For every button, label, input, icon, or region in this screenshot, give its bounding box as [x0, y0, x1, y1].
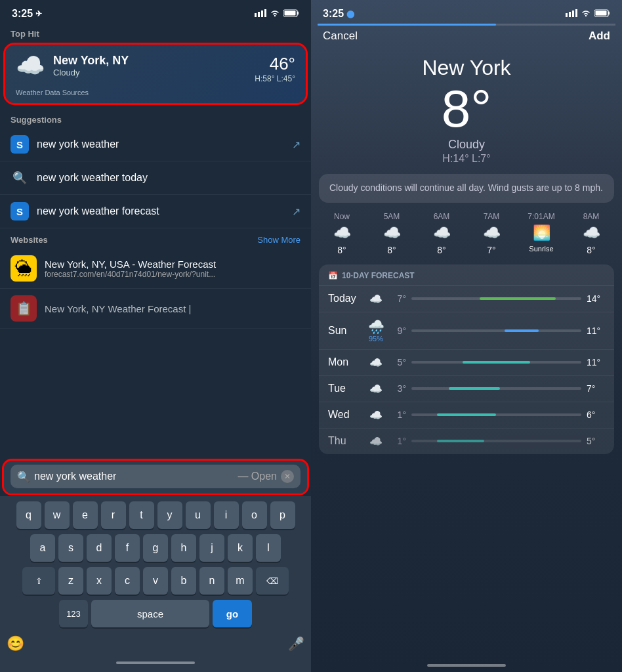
key-k[interactable]: k [228, 534, 253, 562]
calendar-icon: 📅 [328, 271, 338, 280]
forecast-header: 📅 10-DAY FORECAST [319, 264, 614, 286]
key-p[interactable]: p [270, 501, 295, 529]
mic-key[interactable]: 🎤 [288, 636, 304, 652]
suggestion-text-1: new york weather [37, 138, 292, 150]
top-hit-card[interactable]: ☁️ New York, NY Cloudy 46° H:58° L:45° W… [5, 45, 306, 103]
key-y[interactable]: y [157, 501, 182, 529]
website-icon-1: 🌦 [10, 255, 37, 282]
search-bar[interactable]: 🔍 new york weather — Open ✕ [10, 465, 301, 488]
key-r[interactable]: r [101, 501, 126, 529]
key-o[interactable]: o [242, 501, 267, 529]
hour-temp-now: 8° [337, 245, 346, 255]
forecast-icon-today: ☁️ [364, 293, 388, 305]
suggestion-row-1[interactable]: S new york weather ↗ [0, 128, 311, 161]
key-b[interactable]: b [171, 567, 196, 595]
forecast-bar-container-wed [411, 413, 581, 416]
hourly-row: Now ☁️ 8° 5AM ☁️ 8° 6AM ☁️ 8° 7AM ☁️ [319, 212, 614, 255]
cloud-icon-large: ☁️ [16, 54, 45, 77]
suggestion-row-2[interactable]: 🔍 new york weather today [0, 161, 311, 195]
time-left: 3:25 [12, 8, 33, 20]
top-nav: Cancel Add [311, 26, 622, 49]
key-space[interactable]: space [91, 600, 209, 627]
suggestions-label: Suggestions [0, 110, 311, 128]
forecast-icon-mon: ☁️ [364, 356, 388, 369]
key-v[interactable]: v [143, 567, 168, 595]
weather-temp: 8° [324, 83, 609, 135]
forecast-low-wed: 1° [388, 410, 406, 420]
key-s[interactable]: s [58, 534, 83, 562]
key-x[interactable]: x [87, 567, 112, 595]
top-hit-label: Top Hit [0, 24, 311, 42]
hour-item-sunrise: 7:01AM 🌅 Sunrise [518, 212, 564, 255]
key-z[interactable]: z [58, 567, 83, 595]
key-numbers[interactable]: 123 [59, 600, 88, 627]
weather-main: New York 8° Cloudy H:14° L:7° [311, 49, 622, 165]
home-bar-right [427, 664, 506, 667]
key-i[interactable]: i [214, 501, 239, 529]
key-backspace[interactable]: ⌫ [256, 567, 289, 595]
status-icons-right [566, 9, 610, 19]
forecast-day-today: Today [328, 293, 364, 304]
key-d[interactable]: d [87, 534, 112, 562]
forecast-low-tue: 3° [388, 383, 406, 394]
svg-rect-10 [572, 10, 574, 17]
key-e[interactable]: e [73, 501, 98, 529]
forecast-day-mon: Mon [328, 356, 364, 368]
forecast-bar-wed [437, 413, 497, 416]
key-t[interactable]: t [129, 501, 154, 529]
suggestion-row-3[interactable]: S new york weather forecast ↗ [0, 195, 311, 228]
website-url-1: forecast7.com/en/40d71n74d01/new-york/?u… [45, 270, 241, 279]
svg-rect-9 [569, 12, 571, 17]
forecast-row-wed: Wed ☁️ 1° 6° [319, 402, 614, 429]
left-panel: 3:25 ✈ Top Hit ☁️ New York, NY C [0, 0, 311, 672]
location-icon-right: ⬤ [346, 10, 354, 18]
sunrise-label: Sunrise [529, 245, 553, 253]
hour-temp-7am: 7° [487, 245, 495, 255]
key-f[interactable]: f [115, 534, 140, 562]
search-clear-button[interactable]: ✕ [281, 470, 294, 483]
battery-icon-left [283, 9, 299, 19]
hour-item-now: Now ☁️ 8° [319, 212, 365, 255]
key-g[interactable]: g [143, 534, 168, 562]
hour-item-5am: 5AM ☁️ 8° [369, 212, 415, 255]
key-w[interactable]: w [45, 501, 70, 529]
forecast-bar-container-thu [411, 440, 581, 442]
search-open-text: — Open [238, 471, 277, 482]
hour-label-now: Now [334, 212, 350, 221]
hour-item-7am: 7AM ☁️ 7° [468, 212, 514, 255]
key-u[interactable]: u [186, 501, 211, 529]
forecast-bar-container-today [411, 297, 581, 300]
forecast-high-tue: 7° [587, 383, 605, 394]
hour-icon-5am: ☁️ [383, 224, 401, 242]
forecast-icon-wed: ☁️ [364, 409, 388, 421]
website-row-2[interactable]: 📋 New York, NY Weather Forecast | [0, 289, 311, 329]
forecast-day-tue: Tue [328, 383, 364, 394]
key-a[interactable]: a [30, 534, 55, 562]
emoji-key[interactable]: 😊 [7, 635, 24, 652]
key-n[interactable]: n [199, 567, 224, 595]
website-row-1[interactable]: 🌦 New York, NY, USA - Weather Forecast f… [0, 249, 311, 289]
show-more-button[interactable]: Show More [257, 235, 301, 245]
hour-label-sunrise: 7:01AM [528, 212, 554, 221]
search-bar-icon: 🔍 [17, 471, 30, 483]
key-go[interactable]: go [213, 600, 252, 627]
key-l[interactable]: l [256, 534, 281, 562]
key-m[interactable]: m [228, 567, 253, 595]
forecast-row-sun: Sun 🌧️ 95% 9° 11° [319, 312, 614, 350]
weather-hilo: H:14° L:7° [324, 153, 609, 165]
key-q[interactable]: q [16, 501, 41, 529]
safari-icon-1: S [10, 135, 29, 154]
add-button[interactable]: Add [589, 30, 610, 43]
forecast-row-today: Today ☁️ 7° 14° [319, 286, 614, 312]
svg-rect-7 [285, 10, 296, 15]
search-results-area[interactable]: Top Hit ☁️ New York, NY Cloudy 46° H:58°… [0, 24, 311, 458]
website-title-2: New York, NY Weather Forecast | [45, 303, 301, 314]
forecast-bar-mon [463, 361, 531, 364]
suggestion-arrow-3: ↗ [292, 205, 301, 218]
key-c[interactable]: c [115, 567, 140, 595]
key-shift[interactable]: ⇧ [22, 567, 55, 595]
cancel-button[interactable]: Cancel [323, 30, 358, 43]
key-j[interactable]: j [199, 534, 224, 562]
key-h[interactable]: h [171, 534, 196, 562]
svg-point-4 [274, 14, 276, 16]
